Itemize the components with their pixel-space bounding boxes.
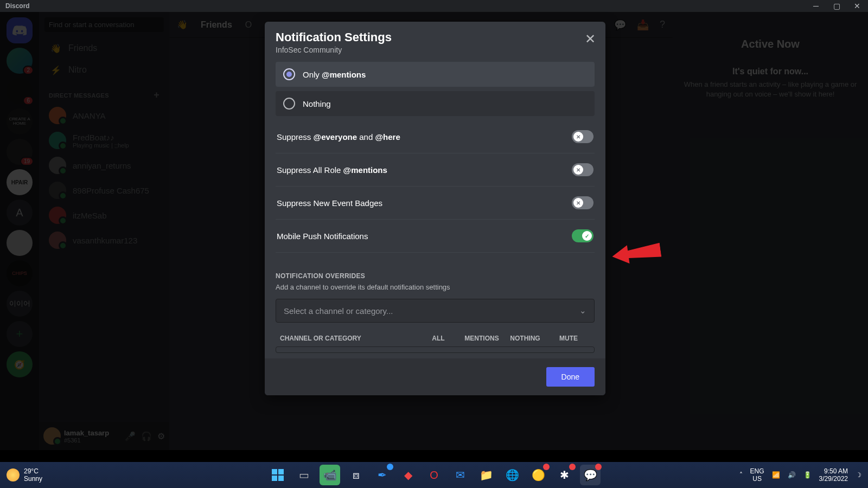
app-icon[interactable]: 📹 [320, 465, 340, 485]
svg-marker-0 [611, 241, 662, 266]
toggle-switch[interactable]: ✕ [572, 130, 593, 143]
window-titlebar: Discord ─ ▢ ✕ [0, 0, 868, 12]
chevron-down-icon: ⌄ [579, 306, 586, 316]
slack-icon[interactable]: ✱ [554, 465, 575, 485]
overrides-table-header: CHANNEL OR CATEGORY ALL MENTIONS NOTHING… [276, 323, 595, 346]
edge-icon[interactable]: 🌐 [502, 465, 522, 485]
sun-icon [7, 468, 20, 481]
tray-chevron-icon[interactable]: ˄ [739, 471, 743, 479]
clock[interactable]: 9:50 AM 3/29/2022 [819, 467, 848, 483]
radio-icon [283, 68, 295, 80]
start-icon[interactable] [267, 465, 288, 485]
done-button[interactable]: Done [546, 367, 595, 387]
toggle-switch[interactable]: ✕ [572, 163, 593, 176]
windows-taskbar: 29°C Sunny ▭ 📹 ⧈ ✒ ◆ O ✉ 📁 🌐 🟡 ✱ 💬 ˄ ENG… [0, 462, 868, 488]
channel-select[interactable]: Select a channel or category... ⌄ [276, 299, 595, 323]
svg-rect-4 [278, 476, 284, 481]
discord-icon[interactable]: 💬 [580, 465, 601, 485]
system-tray: ˄ ENG US 📶 🔊 🔋 9:50 AM 3/29/2022 ☽ [739, 467, 861, 483]
overrides-section-header: NOTIFICATION OVERRIDES [276, 272, 595, 280]
explorer-icon[interactable]: 📁 [476, 465, 496, 485]
app-title: Discord [2, 2, 30, 10]
battery-icon[interactable]: 🔋 [803, 471, 812, 479]
modal-subtitle: InfoSec Community [276, 46, 595, 54]
notification-settings-modal: Notification Settings InfoSec Community … [265, 22, 605, 395]
app-icon[interactable]: ✒ [372, 465, 392, 485]
svg-rect-2 [278, 469, 284, 474]
radio-nothing[interactable]: Nothing [276, 91, 595, 116]
toggle-suppress-role-mentions: Suppress All Role @mentions ✕ [276, 153, 595, 187]
toggle-mobile-push: Mobile Push Notifications ✓ [276, 220, 595, 253]
svg-rect-3 [272, 476, 277, 481]
dropbox-icon[interactable]: ⧈ [346, 465, 366, 485]
overrides-section-description: Add a channel to override its default no… [276, 283, 595, 291]
toggle-suppress-event-badges: Suppress New Event Badges ✕ [276, 187, 595, 220]
radio-icon [283, 98, 295, 110]
task-view-icon[interactable]: ▭ [293, 465, 314, 485]
minimize-icon[interactable]: ─ [810, 2, 821, 10]
close-icon[interactable]: ✕ [852, 2, 863, 10]
toggle-suppress-everyone-here: Suppress @everyone and @here ✕ [276, 120, 595, 153]
taskbar-apps: ▭ 📹 ⧈ ✒ ◆ O ✉ 📁 🌐 🟡 ✱ 💬 [267, 465, 601, 485]
radio-only-mentions[interactable]: Only @mentions [276, 62, 595, 87]
toggle-switch[interactable]: ✕ [572, 196, 593, 209]
overrides-table-body [276, 346, 595, 353]
chrome-icon[interactable]: 🟡 [528, 465, 548, 485]
wifi-icon[interactable]: 📶 [772, 471, 780, 479]
app-icon[interactable]: ◆ [398, 465, 418, 485]
mail-icon[interactable]: ✉ [450, 465, 470, 485]
modal-title: Notification Settings [276, 30, 595, 44]
svg-rect-1 [272, 469, 277, 474]
toggle-switch[interactable]: ✓ [572, 229, 593, 242]
modal-close-icon[interactable]: ✕ [585, 31, 596, 47]
opera-icon[interactable]: O [424, 465, 444, 485]
focus-icon[interactable]: ☽ [856, 471, 861, 479]
window-controls: ─ ▢ ✕ [810, 2, 866, 10]
weather-widget[interactable]: 29°C Sunny [7, 467, 42, 483]
volume-icon[interactable]: 🔊 [788, 471, 796, 479]
maximize-icon[interactable]: ▢ [831, 2, 842, 10]
